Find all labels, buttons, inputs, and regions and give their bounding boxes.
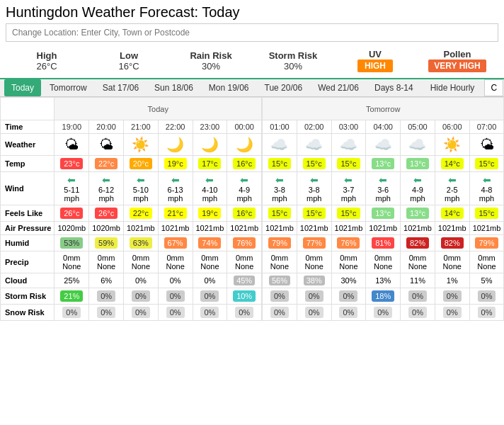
summary-rain: Rain Risk 30% [170, 50, 252, 72]
tab-sat[interactable]: Sat 17/06 [96, 79, 146, 96]
humid-cell: 81% [372, 237, 394, 249]
cloud-cell: 56% [269, 276, 290, 285]
tab-sun[interactable]: Sun 18/06 [147, 79, 200, 96]
storm-cell: 0% [408, 290, 427, 302]
storm-cell: 0% [270, 290, 289, 302]
feels-cell: 26°c [95, 208, 118, 219]
wx-icon: ☁️ [374, 137, 392, 152]
wind-arrow: ⬅ [230, 174, 258, 186]
wind-arrow: ⬅ [161, 174, 190, 186]
wx-icon: 🌙 [236, 137, 253, 152]
wx-icon: 🌤 [480, 137, 494, 152]
summary-uv: UV HIGH [334, 49, 416, 72]
tab-bar: Today Tomorrow Sat 17/06 Sun 18/06 Mon 1… [0, 78, 504, 97]
summary-bar: High 26°C Low 16°C Rain Risk 30% Storm R… [0, 46, 504, 78]
wind-arrow: ⬅ [369, 174, 397, 186]
tab-tomorrow[interactable]: Tomorrow [42, 79, 94, 96]
storm-risk-row: Storm Risk 21% 0% 0% 0% 0% 10% 0% 0% 0% … [1, 288, 505, 305]
temp-cell: 13°c [406, 158, 429, 169]
wind-arrow: ⬅ [127, 174, 155, 186]
storm-cell: 0% [200, 290, 219, 302]
humid-cell: 59% [95, 237, 118, 249]
feels-cell: 15°c [337, 208, 360, 219]
humid-cell: 53% [60, 237, 83, 249]
temp-cell: 15°c [268, 158, 291, 169]
temp-row: Temp 23°c 22°c 20°c 19°c 17°c 16°c 15°c … [1, 156, 505, 172]
humid-cell: 63% [130, 237, 152, 249]
tab-tue[interactable]: Tue 20/06 [258, 79, 310, 96]
temp-cell: 14°c [441, 158, 464, 169]
cloud-cell: 38% [304, 276, 325, 285]
wx-icon: ☁️ [340, 137, 357, 152]
wx-icon: ☀️ [443, 137, 461, 152]
snow-cell: 0% [200, 307, 219, 318]
wind-arrow: ⬅ [300, 174, 328, 186]
feels-cell: 22°c [130, 208, 152, 219]
snow-cell: 0% [270, 307, 289, 318]
feels-cell: 16°c [233, 208, 256, 219]
summary-storm: Storm Risk 30% [252, 50, 334, 72]
storm-cell: 0% [97, 290, 115, 302]
tab-wed[interactable]: Wed 21/06 [311, 79, 366, 96]
snow-cell: 0% [305, 307, 323, 318]
snow-cell: 0% [166, 307, 185, 318]
storm-cell: 0% [339, 290, 357, 302]
snow-cell: 0% [408, 307, 427, 318]
humid-cell: 79% [475, 237, 498, 249]
storm-cell: 0% [166, 290, 185, 302]
tab-days[interactable]: Days 8-14 [367, 79, 420, 96]
feels-like-row: Feels Like 26°c 26°c 22°c 21°c 19°c 16°c… [1, 205, 505, 222]
temp-cell: 15°c [337, 158, 360, 169]
wind-row: Wind ⬅5-11mph ⬅6-12mph ⬅5-10mph ⬅6-13mph… [1, 172, 505, 205]
storm-cell: 0% [443, 290, 462, 302]
storm-cell: 18% [372, 290, 394, 302]
wx-icon: ☁️ [305, 137, 323, 152]
snow-cell: 0% [62, 307, 81, 318]
wx-icon: ☁️ [408, 137, 426, 152]
humid-cell: 76% [337, 237, 360, 249]
humid-cell: 79% [268, 237, 291, 249]
today-header: Today [55, 98, 262, 120]
location-input[interactable] [6, 23, 498, 42]
weather-table: Today Tomorrow ▶ Time 19:00 20:00 21:00 … [0, 97, 504, 321]
storm-cell: 10% [233, 290, 256, 302]
feels-cell: 15°c [268, 208, 291, 219]
storm-cell: 0% [478, 290, 496, 302]
snow-cell: 0% [339, 307, 357, 318]
wx-icon: 🌙 [201, 137, 219, 152]
storm-cell: 0% [132, 290, 150, 302]
wind-arrow: ⬅ [92, 174, 120, 186]
wind-arrow: ⬅ [438, 174, 466, 186]
pressure-row: Air Pressure 1020mb 1020mb 1021mb 1021mb… [1, 222, 505, 235]
tomorrow-header: Tomorrow [263, 98, 504, 120]
feels-cell: 13°c [406, 208, 429, 219]
feels-cell: 15°c [303, 208, 326, 219]
weather-row: Weather 🌤 🌤 ☀️ 🌙 🌙 🌙 ☁️ ☁️ ☁️ ☁️ ☁️ ☀️ 🌤 [1, 134, 505, 156]
wind-arrow: ⬅ [265, 174, 294, 186]
feels-cell: 13°c [372, 208, 394, 219]
storm-cell: 0% [305, 290, 323, 302]
temp-cell: 23°c [60, 158, 83, 169]
temp-cell: 16°c [233, 158, 256, 169]
snow-cell: 0% [374, 307, 392, 318]
wx-icon: ☀️ [132, 137, 149, 152]
tab-today[interactable]: Today [4, 79, 41, 96]
tab-celsius[interactable]: C [484, 79, 503, 96]
wind-arrow: ⬅ [57, 174, 86, 186]
wx-icon: 🌤 [64, 137, 79, 152]
humid-cell: 76% [233, 237, 256, 249]
wx-icon: ☁️ [270, 137, 288, 152]
snow-cell: 0% [443, 307, 462, 318]
wx-icon: 🌙 [166, 137, 184, 152]
temp-cell: 15°c [303, 158, 326, 169]
snow-cell: 0% [235, 307, 253, 318]
temp-cell: 22°c [95, 158, 118, 169]
feels-cell: 15°c [475, 208, 498, 219]
feels-cell: 19°c [198, 208, 221, 219]
wind-arrow: ⬅ [196, 174, 224, 186]
tab-hide-hourly[interactable]: Hide Hourly [423, 79, 482, 96]
wind-arrow: ⬅ [335, 174, 363, 186]
humid-cell: 74% [198, 237, 221, 249]
snow-cell: 0% [478, 307, 496, 318]
tab-mon[interactable]: Mon 19/06 [202, 79, 256, 96]
